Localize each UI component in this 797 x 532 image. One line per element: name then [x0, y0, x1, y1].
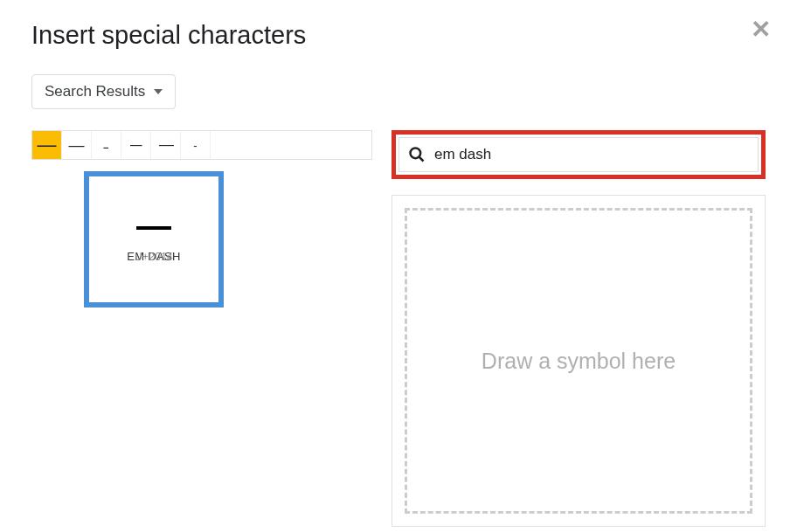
draw-placeholder: Draw a symbol here: [482, 349, 676, 374]
char-result[interactable]: -: [181, 131, 211, 159]
svg-point-0: [411, 149, 421, 159]
close-icon[interactable]: ✕: [751, 17, 771, 42]
char-result[interactable]: ﹘: [92, 131, 121, 159]
chevron-down-icon: [154, 89, 163, 94]
char-result[interactable]: ⸺: [121, 131, 151, 159]
search-input[interactable]: [434, 146, 749, 163]
char-result[interactable]: ―: [62, 131, 92, 159]
draw-panel-container: Draw a symbol here: [392, 195, 766, 527]
search-icon: [408, 146, 426, 163]
search-box[interactable]: [398, 137, 759, 172]
category-label: Search Results: [45, 83, 145, 100]
preview-glyph: —: [136, 217, 171, 234]
search-highlight-annotation: [392, 130, 766, 179]
dialog-title: Insert special characters: [31, 21, 306, 50]
svg-line-1: [419, 157, 424, 162]
preview-codepoint: U+2014: [127, 251, 180, 263]
draw-area[interactable]: Draw a symbol here: [405, 208, 752, 514]
character-preview-tooltip: — EM DASH U+2014: [84, 171, 224, 307]
char-result[interactable]: ⸻: [151, 131, 181, 159]
char-result[interactable]: —: [32, 131, 62, 159]
category-dropdown[interactable]: Search Results: [31, 74, 176, 109]
character-results-strip: — ― ﹘ ⸺ ⸻ -: [31, 130, 372, 160]
